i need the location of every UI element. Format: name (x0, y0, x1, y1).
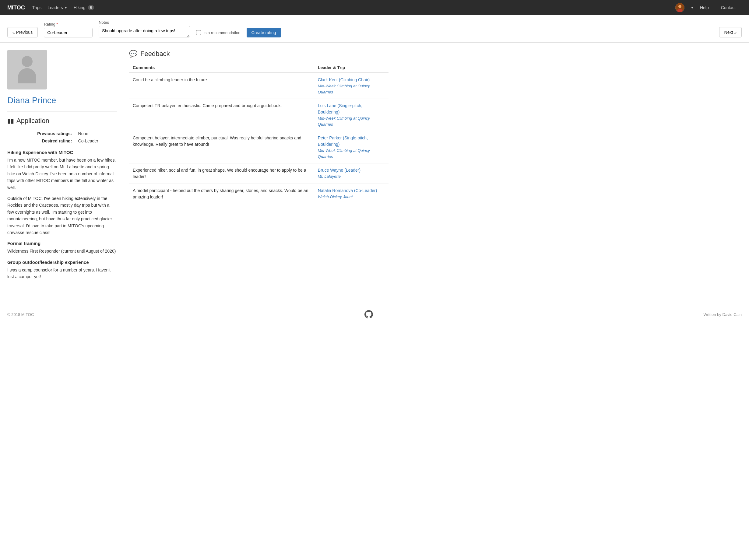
toolbar: « Previous Rating * Notes Is a recommend… (0, 15, 749, 43)
leader-link[interactable]: Bruce Wayne (Leader) (318, 167, 385, 174)
feedback-header-row: Comments Leader & Trip (129, 63, 388, 73)
group-exp-text: I was a camp counselor for a number of y… (7, 267, 117, 280)
github-link[interactable] (364, 310, 373, 319)
trip-link[interactable]: Mt. Lafayette (318, 174, 385, 180)
is-recommendation-label: Is a recommendation (204, 30, 240, 35)
recommendation-group: Is a recommendation (196, 30, 240, 38)
silhouette-body (18, 68, 36, 83)
previous-ratings-value: None (77, 130, 116, 137)
trip-link[interactable]: Welch-Dickey Jaunt (318, 194, 385, 200)
feedback-leader-trip: Peter Parker (Single-pitch, Bouldering) … (314, 131, 388, 163)
hiking-badge: 6 (88, 5, 94, 10)
formal-training-title: Formal training (7, 241, 117, 246)
trip-link[interactable]: Mid-Week Climbing at Quincy Quarries (318, 83, 385, 95)
person-name: Diana Prince (7, 95, 117, 105)
nav-dropdown-icon: ▼ (690, 6, 694, 9)
formal-training-text: Wilderness First Responder (current unti… (7, 248, 117, 254)
previous-ratings-row: Previous ratings: None (8, 130, 116, 137)
notes-label: Notes (99, 20, 190, 25)
feedback-comment: Competent TR belayer, enthusiastic. Came… (129, 99, 314, 131)
feedback-leader-trip: Natalia Romanova (Co-Leader) Welch-Dicke… (314, 184, 388, 204)
feedback-comment: Could be a climbing leader in the future… (129, 73, 314, 99)
leader-link[interactable]: Peter Parker (Single-pitch, Bouldering) (318, 135, 385, 148)
feedback-header: 💬 Feedback (129, 50, 388, 58)
application-section-title: Application (17, 117, 49, 125)
outside-text: Outside of MITOC, I've been hiking exten… (7, 195, 117, 236)
group-exp-title: Group outdoor/leadership experience (7, 260, 117, 265)
copyright: © 2018 MITOC (7, 312, 34, 317)
col-leader-trip: Leader & Trip (314, 63, 388, 73)
nav-leaders[interactable]: Leaders (47, 5, 63, 10)
leader-link[interactable]: Natalia Romanova (Co-Leader) (318, 187, 385, 194)
written-by: Written by David Cain (704, 312, 742, 317)
rating-input[interactable] (44, 28, 92, 38)
leader-link[interactable]: Lois Lane (Single-pitch, Bouldering) (318, 103, 385, 115)
nav-trips[interactable]: Trips (32, 5, 42, 10)
required-star: * (56, 22, 58, 26)
col-comments: Comments (129, 63, 314, 73)
leaders-dropdown-icon: ▼ (64, 6, 68, 9)
feedback-tbody: Could be a climbing leader in the future… (129, 73, 388, 204)
previous-button[interactable]: « Previous (7, 27, 38, 38)
is-recommendation-checkbox[interactable] (196, 30, 201, 35)
feedback-title: Feedback (141, 50, 170, 58)
nav-help[interactable]: Help (700, 5, 709, 10)
person-silhouette (17, 56, 38, 83)
feedback-row: Competent belayer, intermediate climber,… (129, 131, 388, 163)
notes-input[interactable] (99, 26, 190, 38)
leader-link[interactable]: Clark Kent (Climbing Chair) (318, 77, 385, 83)
rating-label: Rating * (44, 22, 92, 26)
svg-point-1 (678, 5, 681, 8)
trip-link[interactable]: Mid-Week Climbing at Quincy Quarries (318, 115, 385, 127)
application-info-table: Previous ratings: None Desired rating: C… (7, 130, 117, 145)
rating-field-group: Rating * (44, 22, 92, 38)
hiking-exp-text: I'm a new MITOC member, but have been on… (7, 157, 117, 191)
nav-contact[interactable]: Contact (721, 5, 735, 10)
nav-right: ▼ Help Contact (675, 3, 742, 12)
github-icon (364, 310, 373, 319)
navbar: MITOC Trips Leaders ▼ Hiking 6 ▼ Help Co… (0, 0, 749, 15)
notes-field-group: Notes (99, 20, 190, 38)
nav-hiking[interactable]: Hiking (74, 5, 86, 10)
feedback-row: Competent TR belayer, enthusiastic. Came… (129, 99, 388, 131)
feedback-leader-trip: Clark Kent (Climbing Chair) Mid-Week Cli… (314, 73, 388, 99)
feedback-leader-trip: Lois Lane (Single-pitch, Bouldering) Mid… (314, 99, 388, 131)
trip-link[interactable]: Mid-Week Climbing at Quincy Quarries (318, 148, 385, 159)
feedback-thead: Comments Leader & Trip (129, 63, 388, 73)
avatar[interactable] (675, 3, 684, 12)
feedback-comment: Competent belayer, intermediate climber,… (129, 131, 314, 163)
desired-rating-row: Desired rating: Co-Leader (8, 138, 116, 144)
feedback-row: Experienced hiker, social and fun, in gr… (129, 163, 388, 184)
main-content: Diana Prince ▮▮ Application Previous rat… (0, 43, 396, 292)
left-panel: Diana Prince ▮▮ Application Previous rat… (7, 50, 117, 284)
previous-ratings-label: Previous ratings: (8, 130, 76, 137)
feedback-row: Could be a climbing leader in the future… (129, 73, 388, 99)
next-button[interactable]: Next » (719, 27, 742, 38)
nav-brand[interactable]: MITOC (7, 4, 25, 11)
application-section-header: ▮▮ Application (7, 111, 117, 125)
silhouette-head (22, 56, 33, 67)
desired-rating-value: Co-Leader (77, 138, 116, 144)
feedback-table: Comments Leader & Trip Could be a climbi… (129, 63, 388, 204)
footer: © 2018 MITOC Written by David Cain (0, 304, 749, 325)
create-rating-button[interactable]: Create rating (247, 28, 281, 38)
desired-rating-label: Desired rating: (8, 138, 76, 144)
profile-picture (7, 50, 47, 89)
feedback-comment: Experienced hiker, social and fun, in gr… (129, 163, 314, 184)
right-panel: 💬 Feedback Comments Leader & Trip Could … (129, 50, 388, 284)
hiking-exp-title: Hiking Experience with MITOC (7, 150, 117, 155)
feedback-row: A model participant - helped out the oth… (129, 184, 388, 204)
feedback-leader-trip: Bruce Wayne (Leader) Mt. Lafayette (314, 163, 388, 184)
application-icon: ▮▮ (7, 117, 14, 125)
feedback-icon: 💬 (129, 50, 137, 58)
feedback-comment: A model participant - helped out the oth… (129, 184, 314, 204)
